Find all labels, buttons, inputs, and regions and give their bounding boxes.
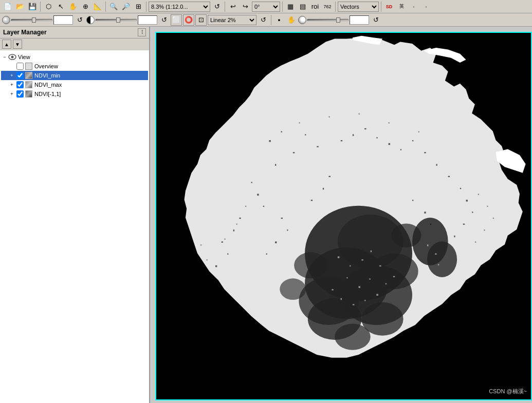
ndvi-min-label: NDVI_min <box>34 72 60 79</box>
overview-layer-icon <box>25 62 33 70</box>
pointer-tool[interactable]: ↖ <box>55 1 66 12</box>
brightness-refresh-button[interactable]: ↺ <box>74 14 85 26</box>
identify-tool[interactable]: ⊕ <box>80 1 91 12</box>
svg-rect-42 <box>275 241 277 243</box>
svg-rect-22 <box>317 146 318 147</box>
pan-tool[interactable]: ✋ <box>67 1 79 12</box>
main-area: Layer Manager ⋮ ▲ ▼ − View <box>0 27 532 403</box>
svg-rect-43 <box>266 254 267 255</box>
stretch-refresh-button[interactable]: ↺ <box>258 14 269 26</box>
svg-rect-59 <box>389 122 390 123</box>
zoom-in-button[interactable]: 🔍 <box>108 1 119 12</box>
svg-rect-37 <box>472 212 473 213</box>
rotate-ccw-button[interactable]: ↩ <box>227 1 239 12</box>
gamma-input[interactable]: 10 <box>350 15 369 25</box>
svg-rect-87 <box>435 254 436 255</box>
svg-rect-30 <box>215 265 217 267</box>
lang-icon[interactable]: 英 <box>396 1 407 12</box>
tree-item-ndvi-min[interactable]: + NDVI_min <box>1 71 148 80</box>
svg-rect-46 <box>364 128 366 129</box>
svg-rect-81 <box>353 304 354 305</box>
dock-button[interactable]: ⋮ <box>138 28 146 36</box>
layer-up-button[interactable]: ▲ <box>2 40 11 49</box>
vectors-combo[interactable]: Vectors <box>338 2 379 12</box>
measure-tool[interactable]: 📐 <box>92 1 103 12</box>
tree-item-ndvi-max[interactable]: + NDVI_max <box>1 80 148 89</box>
ndvi-range-layer-icon <box>25 90 33 98</box>
svg-rect-47 <box>376 137 377 138</box>
expand-view[interactable]: − <box>1 53 8 61</box>
checkbox-ndvi-range[interactable] <box>16 90 24 98</box>
svg-rect-80 <box>341 298 342 300</box>
tree-item-overview[interactable]: Overview <box>1 62 148 71</box>
hand-button[interactable]: ✋ <box>286 14 297 26</box>
svg-rect-50 <box>311 200 313 201</box>
expand-ndvi-min[interactable]: + <box>8 72 15 79</box>
contrast-input[interactable]: 20 <box>138 15 157 25</box>
tree-item-view[interactable]: − View <box>1 52 148 62</box>
svg-rect-31 <box>412 140 413 141</box>
gamma-refresh-button[interactable]: ↺ <box>370 14 381 26</box>
roi-tool[interactable]: roi <box>309 1 321 12</box>
feature-tool[interactable]: ▦ <box>285 1 296 12</box>
svg-rect-17 <box>269 140 270 142</box>
stretch-combo[interactable]: Linear 2% <box>208 15 256 25</box>
svg-rect-21 <box>305 134 306 135</box>
svg-rect-70 <box>475 241 476 242</box>
checkbox-ndvi-max[interactable] <box>16 81 24 88</box>
save-button[interactable]: 💾 <box>27 1 38 12</box>
zoom-level-combo[interactable]: 8.3% (1:12.0... <box>149 2 210 12</box>
sep2 <box>105 2 106 12</box>
gamma-slider[interactable] <box>307 19 348 21</box>
contrast-refresh-button[interactable]: ↺ <box>158 14 170 26</box>
layer-nav: ▲ ▼ <box>0 39 149 50</box>
layer-tree: − View Overview + <box>0 50 149 403</box>
svg-rect-73 <box>361 259 363 260</box>
svg-rect-71 <box>338 256 339 258</box>
ndvi-max-layer-icon <box>25 81 33 89</box>
stretch-circle-button[interactable]: ⭕ <box>183 14 194 26</box>
expand-ndvi-max[interactable]: + <box>8 81 15 88</box>
svg-rect-25 <box>263 206 264 207</box>
layer-down-button[interactable]: ▼ <box>13 40 22 49</box>
zoom-window-button[interactable]: ⊞ <box>133 1 144 12</box>
brightness-slider[interactable] <box>11 19 52 21</box>
rgb-button[interactable]: ● <box>273 14 285 26</box>
svg-rect-52 <box>328 176 330 177</box>
expand-ndvi-range[interactable]: + <box>8 90 15 98</box>
svg-rect-63 <box>224 239 225 240</box>
sep6 <box>335 2 336 12</box>
extra1-icon[interactable]: · <box>408 1 419 12</box>
brightness-input[interactable]: 50 <box>53 15 73 25</box>
csdn-icon[interactable]: SD <box>383 1 395 12</box>
rotation-combo[interactable]: 0° <box>252 2 280 12</box>
tree-item-ndvi-range[interactable]: + NDVI[-1,1] <box>1 89 148 99</box>
new-button[interactable]: 📄 <box>2 1 13 12</box>
zoom-refresh-button[interactable]: ↺ <box>211 1 223 12</box>
sep1 <box>40 2 41 12</box>
layer-manager-title: Layer Manager <box>3 29 47 36</box>
rotate-cw-button[interactable]: ↪ <box>240 1 251 12</box>
svg-rect-57 <box>328 117 329 118</box>
svg-rect-38 <box>463 224 465 225</box>
select-tool[interactable]: ⬡ <box>43 1 54 12</box>
svg-rect-58 <box>359 113 360 114</box>
checkbox-ndvi-min[interactable] <box>16 72 24 79</box>
stats-tool[interactable]: ▤ <box>297 1 308 12</box>
digits-tool[interactable]: 762 <box>322 1 333 12</box>
svg-point-11 <box>335 324 371 350</box>
gamma-icon <box>298 16 306 24</box>
toolbar-top: 📄 📂 💾 ⬡ ↖ ✋ ⊕ 📐 🔍 🔎 ⊞ 8.3% (1:12.0... ↺ … <box>0 0 532 13</box>
svg-rect-29 <box>227 254 228 255</box>
checkbox-overview[interactable] <box>16 63 24 70</box>
stretch-square-button[interactable]: ⊡ <box>195 14 207 26</box>
svg-rect-40 <box>281 218 283 219</box>
extra2-icon[interactable]: · <box>420 1 432 12</box>
map-area[interactable]: CSDN @楠溪~ <box>150 27 532 403</box>
contrast-slider[interactable] <box>96 19 137 21</box>
svg-rect-24 <box>257 194 259 195</box>
zoom-out-button[interactable]: 🔎 <box>120 1 132 12</box>
svg-rect-18 <box>281 131 282 132</box>
stretch-rect-button[interactable]: ⬜ <box>171 14 182 26</box>
open-button[interactable]: 📂 <box>14 1 26 12</box>
